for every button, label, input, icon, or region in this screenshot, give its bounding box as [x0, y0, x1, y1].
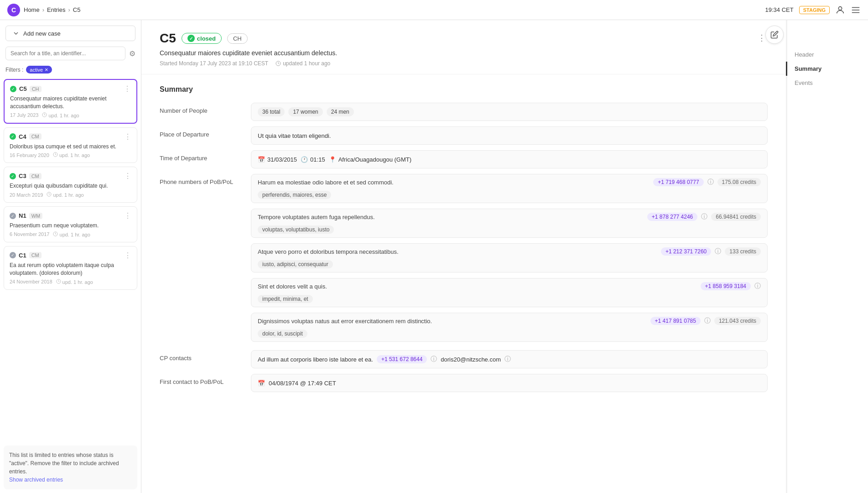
case-header: C5 closed CH Consequatur maiores cupidit… [141, 20, 786, 74]
departure-zone: Africa/Ouagadougou (GMT) [338, 156, 411, 163]
sidebar-item-c1[interactable]: ✓ C1 CM ⋮ Ea aut rerum optio voluptatem … [4, 246, 137, 290]
list-item-id: C1 [19, 252, 26, 259]
status-dot: ✓ [10, 133, 16, 140]
list-item-tag: CM [29, 133, 42, 140]
cp-email: doris20@nitzsche.com [441, 356, 501, 363]
breadcrumb: Home › Entries › C5 [24, 6, 80, 13]
phone-number: +1 212 371 7260 [661, 247, 711, 256]
list-item-tag: CM [29, 173, 42, 179]
cp-phone-info-icon[interactable]: ⓘ [431, 355, 437, 363]
account-button[interactable] [835, 5, 845, 15]
list-item-title: Praesentium cum neque voluptatem. [10, 222, 131, 230]
sidebar-notice: This list is limited to entries whose st… [4, 446, 137, 489]
list-item-menu[interactable]: ⋮ [124, 132, 131, 141]
case-title-row: C5 closed CH [160, 31, 748, 46]
breadcrumb-entries[interactable]: Entries [47, 6, 65, 13]
phone-info-icon[interactable]: ⓘ [704, 317, 711, 325]
sidebar-item-c3[interactable]: ✓ C3 CM ⋮ Excepturi quia quibusdam cupid… [4, 167, 137, 203]
list-item-meta: 16 February 2020 upd. 1 hr. ago [10, 152, 131, 158]
add-case-button[interactable]: Add new case [5, 26, 135, 41]
list-item-menu[interactable]: ⋮ [124, 211, 131, 220]
right-nav-item-summary[interactable]: Summary [786, 62, 868, 76]
topbar-time: 19:34 CET [765, 6, 794, 13]
first-contact-cal-icon: 📅 [258, 380, 265, 387]
phone-entry: Harum ea molestiae odio labore et et sed… [251, 174, 768, 203]
field-label-phone: Phone numbers of PoB/PoL [160, 174, 242, 185]
phone-text: Atque vero porro et doloribus tempora ne… [258, 248, 657, 255]
field-value-people: 36 total17 women24 men [251, 103, 768, 121]
list-item-meta: 24 November 2018 upd. 1 hr. ago [10, 279, 131, 285]
phone-info-icon[interactable]: ⓘ [707, 178, 714, 186]
status-dot: ✓ [10, 213, 16, 219]
phone-tag: impedit, minima, et [258, 295, 313, 303]
list-item-menu[interactable]: ⋮ [124, 84, 131, 93]
phone-info-icon[interactable]: ⓘ [715, 247, 721, 256]
phone-number: +1 858 959 3184 [701, 282, 751, 290]
calendar-icon: 📅 [258, 156, 265, 163]
sidebar: Add new case ⚙ Filters : active × ✓ C5 C… [0, 20, 141, 493]
menu-button[interactable] [851, 5, 861, 15]
show-archived-link[interactable]: Show archived entries [9, 477, 63, 483]
phone-tag: perferendis, maiores, esse [258, 191, 331, 199]
list-item-id: N1 [19, 212, 26, 219]
staging-badge: STAGING [799, 6, 830, 14]
list-item-meta: 6 November 2017 upd. 1 hr. ago [10, 231, 131, 237]
phone-entries: Harum ea molestiae odio labore et et sed… [251, 174, 768, 345]
case-description: Consequatur maiores cupiditate eveniet a… [160, 49, 748, 57]
list-item-title: Ea aut rerum optio voluptatem itaque cul… [10, 262, 131, 277]
case-id: C5 [160, 31, 176, 46]
country-badge: CH [227, 33, 248, 44]
people-chip: 36 total [258, 107, 285, 116]
phone-number: +1 417 891 0785 [650, 317, 701, 325]
field-cp-contacts: CP contacts Ad illum aut corporis libero… [160, 350, 768, 368]
search-input[interactable] [5, 47, 125, 60]
breadcrumb-current: C5 [73, 6, 81, 13]
field-place-of-departure: Place of Departure Ut quia vitae totam e… [160, 126, 768, 145]
phone-text: Dignissimos voluptas natus aut error exe… [258, 318, 647, 325]
right-nav-item-header[interactable]: Header [786, 47, 868, 62]
sidebar-item-c4[interactable]: ✓ C4 CM ⋮ Doloribus ipsa cumque et sed u… [4, 127, 137, 163]
phone-entry: Atque vero porro et doloribus tempora ne… [251, 243, 768, 273]
list-item-menu[interactable]: ⋮ [124, 251, 131, 260]
phone-number: +1 878 277 4246 [647, 213, 697, 221]
list-item-tag: CM [29, 252, 42, 258]
list-item-menu[interactable]: ⋮ [124, 172, 131, 180]
people-chip: 17 women [288, 107, 322, 116]
field-label-departure-place: Place of Departure [160, 126, 242, 138]
summary-section: Summary Number of People 36 total17 wome… [141, 74, 786, 409]
field-time-of-departure: Time of Departure 📅 31/03/2015 🕐 01:15 📍 [160, 150, 768, 168]
list-item-id: C4 [19, 133, 26, 140]
sidebar-item-n1[interactable]: ✓ N1 WM ⋮ Praesentium cum neque voluptat… [4, 206, 137, 242]
field-label-first-contact: First contact to PoB/PoL [160, 374, 242, 385]
sidebar-item-c5[interactable]: ✓ C5 CH ⋮ Consequatur maiores cupiditate… [4, 79, 137, 124]
phone-entry: Dignissimos voluptas natus aut error exe… [251, 313, 768, 342]
departure-time: 01:15 [310, 156, 325, 163]
breadcrumb-home[interactable]: Home [24, 6, 40, 13]
list-item-id: C5 [19, 85, 27, 92]
summary-title: Summary [160, 85, 768, 94]
credits-badge: 121.043 credits [714, 317, 761, 325]
phone-info-icon[interactable]: ⓘ [701, 213, 707, 221]
edit-button[interactable] [765, 26, 784, 44]
status-dot: ✓ [10, 252, 16, 258]
list-item-meta: 17 July 2023 upd. 1 hr. ago [10, 112, 131, 118]
list-item-title: Doloribus ipsa cumque et sed ut maiores … [10, 143, 131, 151]
phone-info-icon[interactable]: ⓘ [754, 282, 761, 290]
right-nav-item-events[interactable]: Events [786, 76, 868, 90]
case-header-left: C5 closed CH Consequatur maiores cupidit… [160, 31, 748, 67]
cp-email-info-icon[interactable]: ⓘ [504, 355, 511, 363]
search-row: ⚙ [0, 45, 141, 64]
filter-icon[interactable]: ⚙ [129, 49, 135, 58]
credits-badge: 66.94841 credits [711, 213, 761, 221]
main-content: C5 closed CH Consequatur maiores cupidit… [141, 20, 786, 493]
list-item-tag: CH [30, 86, 42, 92]
svg-point-0 [838, 6, 842, 10]
active-filter-chip[interactable]: active × [26, 66, 52, 73]
field-label-departure-time: Time of Departure [160, 150, 242, 162]
phone-tag: iusto, adipisci, consequatur [258, 260, 333, 268]
list-item-title: Excepturi quia quibusdam cupiditate qui. [10, 182, 131, 190]
filter-chip-close[interactable]: × [45, 67, 48, 73]
credits-badge: 133 credits [725, 247, 761, 256]
field-value-first-contact: 📅 04/08/1974 @ 17:49 CET [251, 374, 768, 392]
phone-text: Harum ea molestiae odio labore et et sed… [258, 179, 650, 186]
